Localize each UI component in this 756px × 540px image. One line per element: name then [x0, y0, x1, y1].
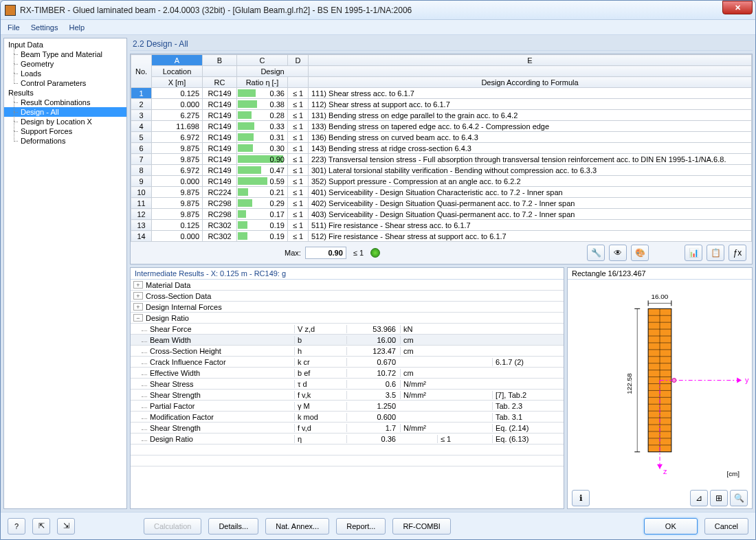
ok-button[interactable]: OK	[644, 518, 698, 535]
table-row[interactable]: 90.000RC1490.59≤ 1352) Support pressure …	[131, 176, 752, 187]
col-no[interactable]: No.	[131, 55, 152, 88]
table-row[interactable]: 130.125RC3020.19≤ 1511) Fire resistance …	[131, 220, 752, 231]
detail-row[interactable]: Crack Influence Factork cr0.6706.1.7 (2)	[131, 357, 564, 368]
window-title: RX-TIMBER - Glued laminated beam - 2.04.…	[20, 5, 751, 15]
tree-input-data[interactable]: Input Data	[4, 40, 126, 49]
detail-row[interactable]: Shear Stressτ d0.6N/mm²	[131, 379, 564, 390]
height-label: 122.58	[625, 373, 633, 394]
tool-colors-icon[interactable]: 🎨	[631, 245, 649, 261]
tool-view-icon[interactable]: 👁	[609, 245, 627, 261]
sidebar-tree: Input Data Beam Type and Material Geomet…	[3, 38, 127, 509]
info-icon[interactable]: ℹ	[572, 490, 590, 506]
menu-settings[interactable]: Settings	[31, 23, 58, 32]
tree-design-by-location[interactable]: Design by Location X	[4, 117, 126, 126]
axis-y-label: y	[745, 376, 749, 384]
hdr-design: Design	[237, 66, 309, 77]
table-row[interactable]: 10.125RC1490.36≤ 1111) Shear stress acc.…	[131, 88, 752, 99]
table-row[interactable]: 20.000RC1490.38≤ 1112) Shear stress at s…	[131, 99, 752, 110]
hdr-cond	[288, 77, 309, 88]
import-icon[interactable]: ⇱	[32, 518, 50, 535]
titlebar: RX-TIMBER - Glued laminated beam - 2.04.…	[1, 1, 755, 20]
table-row[interactable]: 119.875RC2980.29≤ 1402) Serviceability -…	[131, 198, 752, 209]
details-title: Intermediate Results - X: 0.125 m - RC14…	[131, 268, 564, 280]
col-letter-a[interactable]: A	[152, 55, 203, 66]
table-row[interactable]: 56.972RC1490.31≤ 1136) Bending stress on…	[131, 132, 752, 143]
detail-row[interactable]: Partial Factorγ M1.250Tab. 2.3	[131, 401, 564, 412]
footer: ? ⇱ ⇲ Calculation Details... Nat. Annex.…	[1, 512, 755, 539]
detail-group[interactable]: +Cross-Section Data	[131, 291, 564, 302]
svg-marker-29	[737, 378, 742, 383]
status-ok-icon	[370, 248, 380, 258]
tool-export-icon[interactable]: 📊	[685, 245, 702, 261]
design-grid: No. A B C D E Location Design	[130, 54, 753, 265]
detail-row[interactable]: Design Ratioη0.36≤ 1Eq. (6.13)	[131, 434, 564, 445]
tree-design-all[interactable]: Design - All	[4, 107, 126, 117]
max-row: Max: 0.90 ≤ 1 🔧 👁 🎨 📊 📋 ƒx	[131, 242, 752, 264]
detail-row[interactable]: Effective Widthb ef10.72cm	[131, 368, 564, 379]
tool-list-icon[interactable]: 📋	[707, 245, 724, 261]
detail-row[interactable]: Modification Factork mod0.600Tab. 3.1	[131, 412, 564, 423]
dim-icon[interactable]: ⊞	[710, 490, 728, 506]
preview-title: Rectangle 16/123.467	[568, 268, 752, 280]
table-row[interactable]: 129.875RC2980.17≤ 1403) Serviceability -…	[131, 209, 752, 220]
tree-beam-type[interactable]: Beam Type and Material	[4, 49, 126, 59]
detail-group[interactable]: +Material Data	[131, 280, 564, 291]
col-letter-d[interactable]: D	[288, 55, 309, 66]
hdr-location: Location	[152, 66, 203, 77]
menubar: File Settings Help	[1, 20, 755, 35]
tree-loads[interactable]: Loads	[4, 69, 126, 78]
detail-row[interactable]: Shear ForceV z,d53.966kN	[131, 324, 564, 335]
table-row[interactable]: 69.875RC1490.30≤ 1143) Bending stress at…	[131, 143, 752, 154]
col-letter-e[interactable]: E	[309, 55, 752, 66]
tree-geometry[interactable]: Geometry	[4, 59, 126, 69]
cancel-button[interactable]: Cancel	[704, 518, 748, 535]
report-button[interactable]: Report...	[336, 518, 386, 535]
hdr-blank-b	[203, 66, 237, 77]
width-label: 16.00	[652, 293, 669, 300]
detail-row[interactable]: Beam Widthb16.00cm	[131, 335, 564, 346]
export-icon[interactable]: ⇲	[57, 518, 75, 535]
zoom-icon[interactable]: 🔍	[730, 490, 748, 506]
detail-row[interactable]: Shear Strengthf v,k3.5N/mm²[7], Tab.2	[131, 390, 564, 401]
detail-row[interactable]: Shear Strengthf v,d1.7N/mm²Eq. (2.14)	[131, 423, 564, 434]
table-row	[131, 445, 564, 455]
table-row[interactable]: 140.000RC3020.19≤ 1512) Fire resistance …	[131, 231, 752, 242]
table-row[interactable]: 411.698RC1490.33≤ 1133) Bending stress o…	[131, 121, 752, 132]
axis-z-label: z	[663, 467, 667, 475]
max-label: Max:	[285, 249, 301, 257]
unit-label: [cm]	[726, 470, 740, 477]
detail-group[interactable]: +Design Internal Forces	[131, 302, 564, 313]
panel-title: 2.2 Design - All	[130, 38, 753, 51]
tree-control-parameters[interactable]: Control Parameters	[4, 78, 126, 88]
tree-deformations[interactable]: Deformations	[4, 136, 126, 146]
svg-point-32	[672, 379, 676, 383]
hdr-desc: Design According to Formula	[309, 77, 752, 88]
tree-results[interactable]: Results	[4, 88, 126, 98]
table-row[interactable]: 109.875RC2240.21≤ 1401) Serviceability -…	[131, 187, 752, 198]
app-icon	[5, 5, 16, 16]
menu-file[interactable]: File	[8, 23, 20, 32]
tool-filter-icon[interactable]: 🔧	[587, 245, 605, 261]
col-letter-c[interactable]: C	[237, 55, 288, 66]
detail-group[interactable]: −Design Ratio	[131, 313, 564, 324]
detail-row[interactable]: Cross-Section Heighth123.47cm	[131, 346, 564, 357]
details-button[interactable]: Details...	[208, 518, 258, 535]
rf-combi-button[interactable]: RF-COMBI	[392, 518, 450, 535]
max-value: 0.90	[305, 247, 346, 259]
table-row[interactable]: 86.972RC1490.47≤ 1301) Lateral torsional…	[131, 165, 752, 176]
tool-fx-icon[interactable]: ƒx	[729, 245, 746, 261]
axis-icon[interactable]: ⊿	[690, 490, 708, 506]
menu-help[interactable]: Help	[69, 23, 85, 32]
calculation-button[interactable]: Calculation	[144, 518, 201, 535]
hdr-rc: RC	[203, 77, 237, 88]
hdr-ratio: Ratio η [-]	[237, 77, 288, 88]
hdr-blank-e	[309, 66, 752, 77]
col-letter-b[interactable]: B	[203, 55, 237, 66]
nat-annex-button[interactable]: Nat. Annex...	[265, 518, 329, 535]
tree-support-forces[interactable]: Support Forces	[4, 126, 126, 136]
table-row[interactable]: 79.875RC1490.90≤ 1223) Transversal tensi…	[131, 154, 752, 165]
table-row[interactable]: 36.275RC1490.28≤ 1131) Bending stress on…	[131, 110, 752, 121]
close-button[interactable]: ✕	[722, 1, 753, 14]
help-icon[interactable]: ?	[8, 518, 25, 535]
tree-result-combinations[interactable]: Result Combinations	[4, 98, 126, 107]
